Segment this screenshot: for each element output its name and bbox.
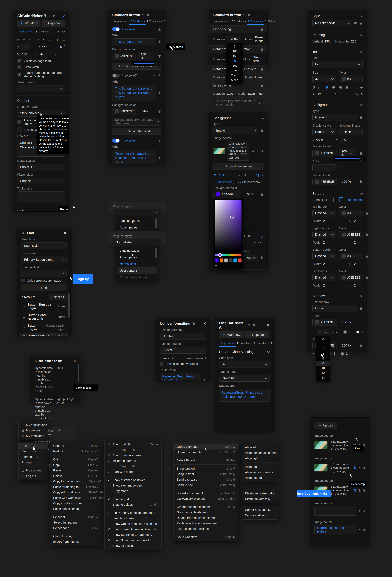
independent-label[interactable]: Independent	[346, 198, 363, 202]
border-roundness[interactable]: 2	[354, 284, 356, 287]
menu-item[interactable]: ✓CopyCmd+C	[50, 462, 101, 468]
close-icon[interactable]: ✕	[203, 321, 206, 326]
menu-item[interactable]: Align horizontal centers	[242, 450, 279, 456]
trash-icon[interactable]	[203, 379, 206, 381]
border-color-input[interactable]: #3E3E3E	[339, 231, 363, 238]
trash-icon[interactable]	[260, 129, 264, 132]
menu-item[interactable]: ✓Go to workflow...Cmd+K	[174, 534, 238, 540]
menu-item[interactable]: ✓	[19, 466, 48, 467]
menu-item[interactable]: ✓Show Elements tree in Design tab ☾	[104, 527, 162, 532]
menu-item[interactable]: ✓Copy conditions from	[50, 501, 101, 506]
tab[interactable]: 2Conditions	[236, 340, 253, 347]
trash-icon[interactable]	[158, 40, 161, 43]
option[interactable]: .200	[227, 59, 243, 63]
x-input[interactable]: 20	[21, 44, 30, 50]
pin-icon[interactable]	[260, 235, 263, 238]
menu-item[interactable]: ✓Paste conditions to	[50, 506, 101, 512]
menu-item[interactable]: ✓PasteCmd+V	[50, 468, 101, 473]
help-icon[interactable]: ?	[48, 14, 50, 18]
tab[interactable]: 2Transitions	[146, 18, 163, 25]
insert-dynamic-data-button[interactable]: Insert dynamic data >|	[297, 490, 331, 497]
opacity-select[interactable]: 100 %	[138, 52, 154, 60]
menu-item[interactable]: ✓Select noneESC	[50, 525, 101, 531]
search-by-select[interactable]: Uses style	[21, 242, 66, 249]
menu-item[interactable]: ✓Select ParentShift+↑	[174, 458, 238, 463]
trash-icon[interactable]	[261, 68, 263, 71]
trash-icon[interactable]	[158, 110, 161, 113]
menu-item[interactable]: ✓Send to backShift+Cmd+[	[174, 482, 238, 488]
option[interactable]: 5 sec	[227, 78, 243, 82]
menu-item[interactable]: ✓Lock/Unlock elementShift+Cmd+L	[174, 496, 238, 502]
close-icon[interactable]: ✕	[63, 231, 66, 235]
menu-item[interactable]: ✓Copy formatting fromOption+C	[50, 479, 101, 484]
hue-knob[interactable]	[218, 253, 222, 257]
padding-horizontal[interactable]: 230	[351, 40, 356, 43]
menu-item[interactable]: ✓Swap element positions	[174, 526, 238, 532]
menu-item[interactable]: ✓CutCmd+X	[50, 457, 101, 462]
menu-item[interactable]: ✓DeleteDELETE	[50, 473, 101, 479]
gradient-color-input[interactable]	[312, 164, 337, 171]
width-constraint-icon[interactable]: ↔	[60, 52, 65, 57]
menu-item[interactable]: ✓Step50 ☾	[104, 447, 162, 453]
shadow-spread[interactable]: 0	[361, 330, 363, 334]
crop-icon[interactable]	[353, 489, 357, 492]
trash-icon[interactable]	[261, 149, 264, 152]
page-category-select[interactable]: Normal stuff Landing pagesAdmin pagesNor…	[113, 239, 161, 246]
border-width[interactable]: 2	[323, 219, 325, 223]
option[interactable]: 0	[227, 44, 243, 49]
mode-value[interactable]: Ease-in-out	[255, 36, 263, 43]
menu-item[interactable]: ✓Redo↻Shift+Cmd+Z	[50, 449, 101, 454]
trash-icon[interactable]	[359, 21, 363, 25]
move-up-icon[interactable]	[153, 74, 156, 77]
menu-item[interactable]: Align top	[242, 464, 279, 469]
border-color-input[interactable]: #3E3E3E	[339, 253, 363, 259]
help-icon[interactable]: ?	[243, 235, 245, 238]
issue-row[interactable]: Dynamic data in text boxes must be print…	[34, 364, 76, 395]
mode-value[interactable]: Linear	[255, 75, 263, 79]
trash-icon[interactable]	[363, 489, 366, 492]
collapse-icon[interactable]	[261, 116, 264, 119]
opacity-value[interactable]: 100 %	[342, 321, 351, 324]
align-justify-button[interactable]	[345, 85, 349, 89]
menu-item[interactable]: ✓Select allCmd+A	[50, 514, 101, 520]
menu-item[interactable]: ✓Show Search in Elements tree ☾	[104, 538, 162, 543]
option[interactable]: 12	[316, 370, 330, 375]
set-another-field-button[interactable]: +Set another field	[112, 128, 161, 135]
menu-item[interactable]: ✓Show Search in Create menu ☾	[104, 532, 162, 538]
color-input[interactable]: #3E3E3E	[112, 53, 136, 60]
style-name-select[interactable]: Primary Button Light	[21, 256, 66, 263]
trash-icon[interactable]	[363, 528, 366, 531]
gradient-shape-select[interactable]: Ellipse	[339, 129, 363, 135]
help-icon[interactable]: ?	[243, 13, 245, 17]
collapse-icon[interactable]	[360, 103, 363, 106]
height-value[interactable]: 44	[40, 53, 44, 56]
option[interactable]: Landing pages	[117, 247, 157, 254]
tab[interactable]: 2Transitions	[247, 239, 264, 246]
collapse-icon[interactable]	[360, 294, 363, 297]
background-type-select[interactable]: Image	[214, 127, 259, 134]
italic-button[interactable]: I	[318, 85, 319, 89]
line-height-value[interactable]: 12	[318, 93, 321, 96]
trash-icon[interactable]	[261, 28, 263, 31]
padding-vertical[interactable]: 230	[325, 40, 330, 43]
menu-item[interactable]: Align bottom	[242, 475, 279, 481]
menu-item[interactable]: ✓Bring forwardCmd+]	[174, 466, 238, 471]
image-thumbnail[interactable]	[314, 441, 327, 449]
y-value[interactable]: 458	[42, 45, 47, 49]
border-width[interactable]: 2	[323, 262, 325, 266]
preview-toggle[interactable]	[112, 139, 120, 143]
help-icon[interactable]: ?	[142, 13, 144, 17]
dont-skip-checkbox[interactable]: ✓Don't skip empty groups	[160, 362, 206, 366]
fill-button[interactable]: ↔Fill	[237, 173, 246, 177]
menu-item[interactable]: ✓ My applications ☾	[19, 422, 48, 428]
option[interactable]: Admin pages	[117, 254, 157, 261]
gradient-style-select[interactable]: Radial	[312, 129, 336, 135]
palette-icon[interactable]	[354, 21, 357, 25]
menu-item[interactable]: Distribute horizontally	[242, 491, 279, 496]
align-right-icon[interactable]	[29, 37, 31, 42]
font-select[interactable]: Lato	[312, 61, 363, 68]
trash-icon[interactable]	[359, 344, 363, 347]
border-color-input[interactable]: #3E3E3E	[339, 274, 363, 281]
shadow-x-select[interactable]: 2 012468101224	[317, 329, 329, 335]
text-shadow-y[interactable]: 2	[333, 352, 335, 356]
